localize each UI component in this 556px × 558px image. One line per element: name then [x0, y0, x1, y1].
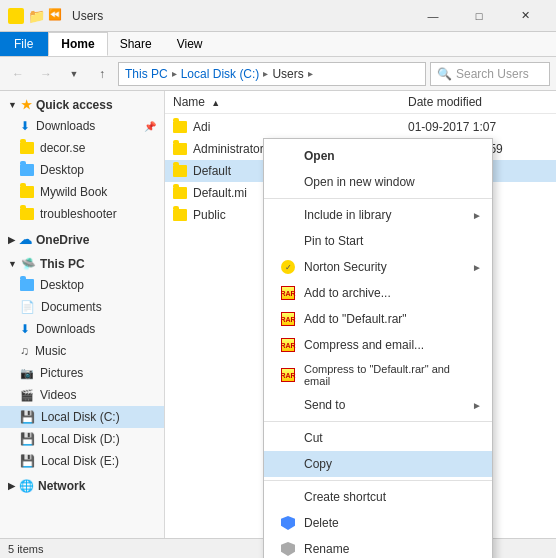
ctx-compress-email[interactable]: RAR Compress and email...	[264, 332, 492, 358]
ctx-send-to[interactable]: Send to ►	[264, 392, 492, 418]
ctx-open-new-window[interactable]: Open in new window	[264, 169, 492, 195]
breadcrumb-sep2: ▸	[263, 68, 268, 79]
sidebar-item-troubleshooter[interactable]: troubleshooter	[0, 203, 164, 225]
quick-access-header[interactable]: ▼ ★ Quick access	[0, 95, 164, 115]
sidebar-item-mywild[interactable]: Mywild Book	[0, 181, 164, 203]
ctx-rename[interactable]: Rename	[264, 536, 492, 558]
ctx-add-default-rar[interactable]: RAR Add to "Default.rar"	[264, 306, 492, 332]
sidebar-item-pc-downloads[interactable]: ⬇ Downloads	[0, 318, 164, 340]
thispc-section: ▼ 🛸 This PC Desktop 📄 Documents ⬇ Downlo…	[0, 254, 164, 472]
ctx-copy-icon	[280, 456, 296, 472]
ctx-compress-label: Compress and email...	[304, 338, 424, 352]
ctx-create-shortcut[interactable]: Create shortcut	[264, 484, 492, 510]
breadcrumb: This PC ▸ Local Disk (C:) ▸ Users ▸	[118, 62, 426, 86]
tab-share[interactable]: Share	[108, 32, 165, 56]
window-icon	[8, 8, 24, 24]
ctx-copy[interactable]: Copy	[264, 451, 492, 477]
file-item-adi[interactable]: Adi 01-09-2017 1:07	[165, 116, 556, 138]
sidebar: ▼ ★ Quick access ⬇ Downloads 📌 decor.se …	[0, 91, 165, 539]
ctx-cut[interactable]: Cut	[264, 425, 492, 451]
hdd-icon-d: 💾	[20, 432, 35, 446]
sidebar-item-localdisk-d[interactable]: 💾 Local Disk (D:)	[0, 428, 164, 450]
breadcrumb-thispc[interactable]: This PC	[125, 67, 168, 81]
address-area: ← → ▼ ↑ This PC ▸ Local Disk (C:) ▸ User…	[0, 57, 556, 91]
sidebar-item-decor-label: decor.se	[40, 141, 85, 155]
sidebar-item-desktop[interactable]: Desktop	[0, 159, 164, 181]
star-icon: ★	[21, 98, 32, 112]
col-date-header[interactable]: Date modified	[408, 95, 548, 109]
ctx-add-archive[interactable]: RAR Add to archive...	[264, 280, 492, 306]
ctx-archive-label: Add to archive...	[304, 286, 391, 300]
onedrive-header[interactable]: ▶ ☁ OneDrive	[0, 229, 164, 250]
col-name-header[interactable]: Name ▲	[173, 95, 408, 109]
ctx-norton-label: Norton Security	[304, 260, 387, 274]
network-arrow: ▶	[8, 481, 15, 491]
thispc-header[interactable]: ▼ 🛸 This PC	[0, 254, 164, 274]
network-header[interactable]: ▶ 🌐 Network	[0, 476, 164, 496]
sidebar-item-desktop-label: Desktop	[40, 163, 84, 177]
onedrive-section: ▶ ☁ OneDrive	[0, 229, 164, 250]
ctx-rename-icon	[280, 541, 296, 557]
sidebar-item-music[interactable]: ♫ Music	[0, 340, 164, 362]
ctx-open[interactable]: Open	[264, 143, 492, 169]
sidebar-item-documents-label: Documents	[41, 300, 102, 314]
ctx-delete-icon	[280, 515, 296, 531]
ctx-sendto-icon	[280, 397, 296, 413]
sidebar-item-documents[interactable]: 📄 Documents	[0, 296, 164, 318]
sidebar-item-localdisk-e[interactable]: 💾 Local Disk (E:)	[0, 450, 164, 472]
breadcrumb-localdisk[interactable]: Local Disk (C:)	[181, 67, 260, 81]
docs-icon: 📄	[20, 300, 35, 314]
ctx-cut-label: Cut	[304, 431, 323, 445]
ctx-include-library[interactable]: Include in library ►	[264, 202, 492, 228]
up-button[interactable]: ↑	[90, 62, 114, 86]
sidebar-item-videos[interactable]: 🎬 Videos	[0, 384, 164, 406]
ctx-norton-icon: ✓	[280, 259, 296, 275]
sidebar-item-localdisk-d-label: Local Disk (D:)	[41, 432, 120, 446]
sidebar-item-decorase[interactable]: decor.se	[0, 137, 164, 159]
back-button[interactable]: ←	[6, 62, 30, 86]
title-bar: 📁 ⏪ Users — □ ✕	[0, 0, 556, 32]
ctx-open-new-icon	[280, 174, 296, 190]
ribbon: File Home Share View	[0, 32, 556, 57]
tab-file[interactable]: File	[0, 32, 48, 56]
folder-icon-admin	[173, 143, 187, 155]
ctx-archive-icon: RAR	[280, 285, 296, 301]
search-box[interactable]: 🔍 Search Users	[430, 62, 550, 86]
close-button[interactable]: ✕	[502, 0, 548, 32]
tab-view[interactable]: View	[165, 32, 216, 56]
ctx-delete[interactable]: Delete	[264, 510, 492, 536]
ctx-cut-icon	[280, 430, 296, 446]
ctx-library-arrow: ►	[472, 210, 482, 221]
forward-button[interactable]: →	[34, 62, 58, 86]
sidebar-item-pc-desktop[interactable]: Desktop	[0, 274, 164, 296]
ctx-compress-default-email[interactable]: RAR Compress to "Default.rar" and email	[264, 358, 492, 392]
sidebar-item-downloads-label: Downloads	[36, 119, 95, 133]
maximize-button[interactable]: □	[456, 0, 502, 32]
ribbon-tabs: File Home Share View	[0, 32, 556, 56]
sidebar-item-localdisk-c-label: Local Disk (C:)	[41, 410, 120, 424]
folder-icon-mywild	[20, 186, 34, 198]
ctx-defaultrar-label: Add to "Default.rar"	[304, 312, 407, 326]
quick-access-icon: 📁	[28, 8, 44, 24]
ctx-norton[interactable]: ✓ Norton Security ►	[264, 254, 492, 280]
minimize-button[interactable]: —	[410, 0, 456, 32]
sidebar-item-localdisk-c[interactable]: 💾 Local Disk (C:)	[0, 406, 164, 428]
context-menu: Open Open in new window Include in libra…	[263, 138, 493, 558]
onedrive-label: OneDrive	[36, 233, 89, 247]
quick-access-arrow: ▼	[8, 100, 17, 110]
file-date-adi: 01-09-2017 1:07	[408, 120, 548, 134]
tab-home[interactable]: Home	[48, 32, 107, 56]
sidebar-item-pictures[interactable]: 📷 Pictures	[0, 362, 164, 384]
sidebar-item-trouble-label: troubleshooter	[40, 207, 117, 221]
ctx-delete-label: Delete	[304, 516, 339, 530]
quick-access-section: ▼ ★ Quick access ⬇ Downloads 📌 decor.se …	[0, 95, 164, 225]
breadcrumb-users: Users	[272, 67, 303, 81]
sidebar-item-downloads[interactable]: ⬇ Downloads 📌	[0, 115, 164, 137]
ctx-shortcut-icon	[280, 489, 296, 505]
folder-icon-desktop	[20, 164, 34, 176]
search-placeholder: Search Users	[456, 67, 529, 81]
ctx-pin-start[interactable]: Pin to Start	[264, 228, 492, 254]
recent-button[interactable]: ▼	[62, 62, 86, 86]
sidebar-item-music-label: Music	[35, 344, 66, 358]
download-icon: ⬇	[20, 119, 30, 133]
